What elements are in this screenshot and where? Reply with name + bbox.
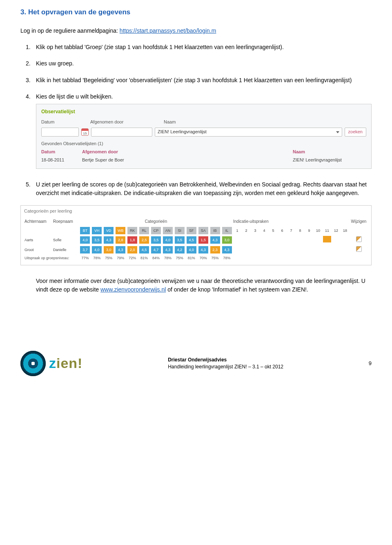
logo-text: zien! [49,353,82,373]
step-number: 5. [26,180,31,188]
edit-icon [356,246,362,252]
table-row: AartsSofie4,03,54,32,81,82,53,54,03,54,5… [24,235,368,245]
ind-cell [269,245,278,255]
score-cell: 3,0 [221,235,233,245]
pct-row: Uitspraak op groepsniveau:77%78%75%79%72… [24,255,368,262]
edit-cell[interactable] [350,245,368,255]
pct-label: Uitspraak op groepsniveau: [24,255,79,262]
result-date: 18-08-2011 [41,157,82,164]
panel-title: Observatielijst [41,108,366,115]
ind-cell [341,245,350,255]
step-number: 3. [26,76,31,84]
score-cell: 2,8 [115,235,127,245]
pct-cell: 70% [197,255,209,262]
ind-header: 4 [260,226,269,235]
result-by: Bertje Super de Boer [82,157,293,164]
ind-cell [323,235,332,245]
score-cell: 4,0 [185,245,197,255]
step-number: 1. [26,43,31,51]
pct-cell: 81% [185,255,197,262]
step-text: U ziet per leerling de scores op de (sub… [36,181,367,196]
step-text: Klik op het tabblad 'Groep' (zie stap 1 … [36,44,284,50]
page-number: 9 [369,360,372,368]
ind-header: 10 [314,226,323,235]
score-cell: 2,5 [138,235,150,245]
col-indicatie: Indicatie-uitspraken [233,218,350,227]
pct-cell: 79% [115,255,127,262]
col-wijzigen: Wijzigen [350,218,368,227]
afgenomen-input[interactable] [91,128,152,137]
score-cell: 4,5 [138,245,150,255]
edit-icon [356,236,362,242]
result-hdr-afg: Afgenomen door [82,149,293,155]
ind-cell [323,245,332,255]
cell-achternaam: Groot [24,245,53,255]
label-datum: Datum [41,119,82,126]
page-footer: zien! Driestar Onderwijsadvies Handleidi… [20,351,372,376]
score-cell: 4,0 [162,235,174,245]
ind-header: 9 [305,226,314,235]
cat-header: CP [150,226,162,235]
score-cell: 3,5 [91,235,103,245]
scores-panel: Categorieën per leerling AchternaamRoepn… [20,205,372,266]
edit-cell[interactable] [350,235,368,245]
score-cell: 4,3 [221,245,233,255]
result-row[interactable]: 18-08-2011 Bertje Super de Boer ZIEN! Le… [41,157,366,164]
pct-cell: 77% [79,255,91,262]
after-text-b: of onder de knop 'Informatief' in het sy… [167,286,308,293]
score-cell: 4,5 [185,235,197,245]
observatielijst-panel: Observatielijst Datum Afgenomen door Naa… [36,104,372,169]
ind-header: 5 [269,226,278,235]
score-cell: 4,3 [115,245,127,255]
cat-header: AN [162,226,174,235]
result-hdr-naam: Naam [293,149,366,155]
ind-header: 7 [287,226,296,235]
pct-cell: 78% [162,255,174,262]
cat-header: SF [185,226,197,235]
scores-table: AchternaamRoepnaamCategorieënIndicatie-u… [24,218,368,262]
cat-header: IB [209,226,221,235]
section-heading: 3. Het opvragen van de gegevens [20,7,372,18]
score-cell: 1,8 [127,235,138,245]
score-cell: 4,0 [79,235,91,245]
col-categorieen: Categorieën [79,218,233,227]
footer-line1: Driestar Onderwijsadvies [168,357,227,363]
ind-cell [296,235,305,245]
cell-roepnaam: Sofie [53,235,79,245]
ind-cell [287,245,296,255]
pct-cell: 75% [103,255,115,262]
score-cell: 4,7 [150,245,162,255]
date-input[interactable] [41,128,79,137]
calendar-icon[interactable] [81,128,89,136]
pct-cell: 75% [174,255,185,262]
zoeken-button[interactable]: zoeken [345,128,366,137]
table-row: GrootDanielle3,74,03,04,32,04,54,74,34,2… [24,245,368,255]
intro-paragraph: Log in op de reguliere aanmeldpagina: ht… [20,27,372,35]
score-cell: 4,2 [174,245,185,255]
logo-z: z [49,355,56,371]
pct-cell: 84% [150,255,162,262]
ind-cell [233,245,242,255]
ind-cell [332,245,341,255]
pct-cell: 72% [127,255,138,262]
cell-roepnaam: Danielle [53,245,79,255]
login-link[interactable]: https://start.parnassys.net/bao/login.m [120,27,216,34]
step-text: Kies uw groep. [36,60,74,67]
ind-header: 1 [233,226,242,235]
website-link[interactable]: www.zienvooronderwijs.nl [100,286,166,293]
step-text: Kies de lijst die u wilt bekijken. [36,93,113,100]
score-cell: 3,7 [79,245,91,255]
result-name: ZIEN! Leerlingvragenlijst [293,157,366,164]
result-hdr-datum: Datum [41,149,82,155]
chevron-down-icon [336,131,339,133]
ind-cell [296,245,305,255]
ind-cell [233,235,242,245]
step-number: 4. [26,92,31,101]
after-paragraph: Voor meer informatie over deze (sub)cate… [36,277,372,294]
naam-select[interactable]: ZIEN! Leerlingvragenlijst [155,128,342,137]
found-label: Gevonden Observatielijsten (1) [41,141,366,147]
ind-header: 6 [278,226,287,235]
score-cell: 3,5 [174,235,185,245]
ind-cell [251,245,260,255]
ind-cell [278,245,287,255]
